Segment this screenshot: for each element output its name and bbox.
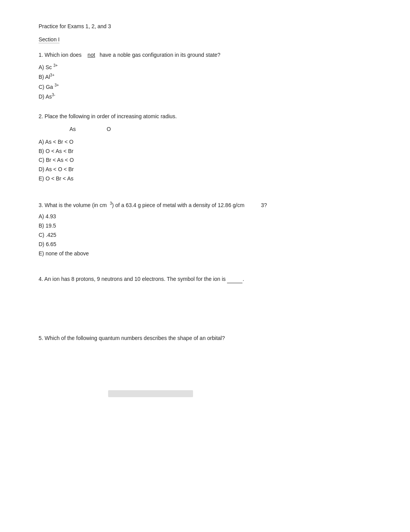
header-title: Practice for Exams 1, 2, and 3	[39, 23, 371, 29]
page-container: Practice for Exams 1, 2, and 3 Section I…	[0, 0, 410, 439]
question-2-option-a: A) As < Br < O	[39, 138, 371, 147]
answer-blank	[227, 283, 242, 283]
question-1-option-b: B) Al3+	[39, 72, 371, 82]
question-1-text: 1. Which ion does not have a noble gas c…	[39, 51, 371, 59]
question-4: 4. An ion has 8 protons, 9 neutrons and …	[39, 275, 371, 323]
question-5-text: 5. Which of the following quantum number…	[39, 334, 371, 342]
question-5: 5. Which of the following quantum number…	[39, 334, 371, 397]
question-3-text: 3. What is the volume (in cm 3) of a 63.…	[39, 201, 371, 209]
question-1: 1. Which ion does not have a noble gas c…	[39, 51, 371, 102]
question-3-option-b: B) 19.5	[39, 221, 371, 231]
bottom-graphic	[108, 390, 193, 397]
question-2-option-e: E) O < Br < As	[39, 174, 371, 184]
question-1-option-a: A) Sc 3+	[39, 62, 371, 72]
question-2-text: 2. Place the following in order of incre…	[39, 112, 371, 121]
question-3-option-a: A) 4.93	[39, 212, 371, 221]
question-2-option-d: D) As < O < Br	[39, 165, 371, 174]
question-2: 2. Place the following in order of incre…	[39, 112, 371, 184]
question-3-option-d: D) 6.65	[39, 240, 371, 249]
element-as: As	[69, 126, 76, 132]
question-3-option-c: C) .425	[39, 231, 371, 240]
question-4-text: 4. An ion has 8 protons, 9 neutrons and …	[39, 275, 371, 283]
question-3-option-e: E) none of the above	[39, 249, 371, 258]
question-1-option-c: C) Ga 3+	[39, 82, 371, 92]
question-1-option-d: D) As3-	[39, 92, 371, 101]
question-2-option-c: C) Br < As < O	[39, 156, 371, 165]
question-2-elements: As O	[69, 126, 371, 132]
element-o: O	[107, 126, 111, 132]
question-2-option-b: B) O < As < Br	[39, 147, 371, 156]
section-label: Section I	[39, 36, 59, 43]
question-3: 3. What is the volume (in cm 3) of a 63.…	[39, 201, 371, 258]
